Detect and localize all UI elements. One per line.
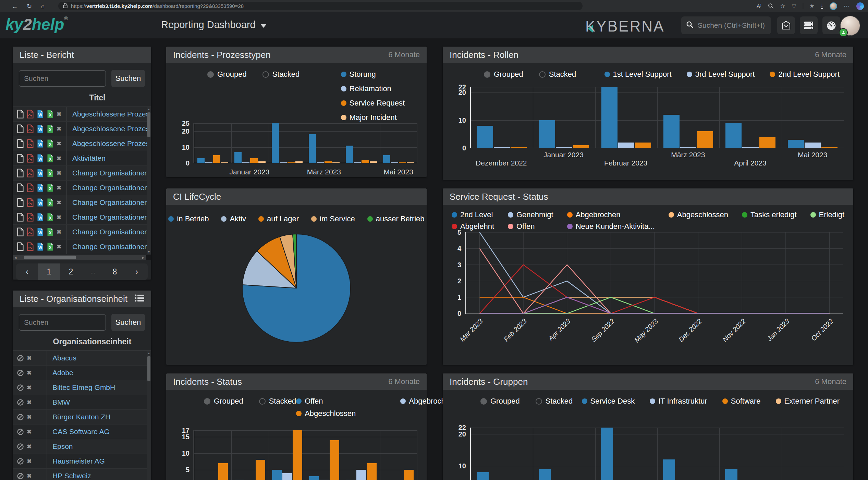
row-link[interactable]: Change Organisationen	[67, 213, 151, 221]
file-icon[interactable]	[17, 124, 24, 133]
file-icon[interactable]	[17, 198, 24, 207]
delete-icon[interactable]: ✖	[57, 170, 61, 177]
row-link[interactable]: Aktivitäten	[67, 154, 151, 162]
row-link[interactable]: Abacus	[47, 354, 151, 362]
radio-stacked[interactable]: Stacked	[259, 397, 296, 406]
file-word-icon[interactable]: W	[37, 154, 44, 163]
file-excel-icon[interactable]: X	[47, 213, 54, 222]
page-8[interactable]: 8	[104, 263, 126, 280]
lock-icon[interactable]	[63, 3, 68, 10]
refresh-icon[interactable]: ↻	[27, 3, 32, 9]
address-bar[interactable]: https://vertrieb3.t1de.ky2help.com/dashb…	[58, 2, 583, 10]
zoom-icon[interactable]	[768, 3, 774, 9]
row-link[interactable]: Change Organisationen _	[67, 198, 151, 207]
delete-icon[interactable]: ✖	[57, 199, 61, 206]
file-icon[interactable]	[17, 169, 24, 177]
delete-icon[interactable]: ✖	[27, 414, 32, 421]
file-word-icon[interactable]: W	[37, 169, 44, 177]
row-link[interactable]: Abgeschlossene Prozess	[67, 125, 151, 133]
row-link[interactable]: Change Organisationen	[67, 228, 151, 236]
file-word-icon[interactable]: W	[37, 124, 44, 133]
legend-item[interactable]: Major Incident	[341, 113, 405, 122]
file-excel-icon[interactable]: X	[47, 227, 54, 236]
file-word-icon[interactable]: W	[37, 198, 44, 207]
file-excel-icon[interactable]: X	[47, 242, 54, 251]
legend-item[interactable]: 1st Level Support	[604, 70, 672, 79]
row-link[interactable]: Adobe	[47, 369, 151, 377]
list-icon[interactable]	[135, 294, 144, 304]
page-next[interactable]: ›	[126, 263, 148, 280]
scrollbar-thumb[interactable]	[147, 356, 150, 381]
row-link[interactable]: Abgeschlossene Prozess	[67, 139, 151, 148]
delete-icon[interactable]: ✖	[27, 399, 32, 406]
legend-item[interactable]: Externer Partner	[776, 397, 840, 406]
delete-icon[interactable]: ✖	[27, 458, 32, 465]
delete-icon[interactable]: ✖	[57, 243, 61, 250]
file-word-icon[interactable]: W	[37, 227, 44, 236]
legend-item[interactable]: im Service	[311, 214, 355, 223]
legend-item[interactable]: Abgebrochen	[567, 210, 655, 219]
legend-item[interactable]: auf Lager	[258, 214, 299, 223]
block-icon[interactable]	[17, 399, 24, 406]
delete-icon[interactable]: ✖	[27, 355, 32, 362]
file-pdf-icon[interactable]	[27, 110, 34, 119]
delete-icon[interactable]: ✖	[57, 155, 61, 162]
scroll-left-icon[interactable]: ◀	[13, 255, 18, 260]
file-icon[interactable]	[17, 154, 24, 163]
row-link[interactable]: Change Organisationen	[67, 169, 151, 177]
file-pdf-icon[interactable]	[27, 169, 34, 177]
delete-icon[interactable]: ✖	[27, 428, 32, 435]
radio-grouped[interactable]: Grouped	[204, 397, 243, 406]
scroll-up-icon[interactable]: ▲	[147, 352, 151, 355]
page-2[interactable]: 2	[60, 263, 82, 280]
bericht-search-button[interactable]: Suchen	[111, 70, 145, 87]
global-search[interactable]	[681, 16, 771, 34]
file-excel-icon[interactable]: X	[47, 139, 54, 148]
essentials-icon[interactable]: ♡	[792, 3, 796, 9]
legend-item[interactable]: Software	[722, 397, 761, 406]
file-word-icon[interactable]: W	[37, 183, 44, 192]
legend-item[interactable]: Offen	[508, 222, 553, 231]
legend-item[interactable]: Neue Kunden-Aktivitä...	[567, 222, 655, 231]
file-excel-icon[interactable]: X	[47, 124, 54, 133]
global-search-input[interactable]	[697, 21, 766, 30]
row-link[interactable]: Abgeschlossene Prozess	[67, 110, 151, 118]
delete-icon[interactable]: ✖	[57, 229, 61, 236]
radio-grouped[interactable]: Grouped	[484, 70, 523, 79]
file-excel-icon[interactable]: X	[47, 154, 54, 163]
radio-stacked[interactable]: Stacked	[262, 70, 300, 79]
browser-profile-avatar[interactable]	[830, 2, 837, 10]
row-link[interactable]: BMW	[47, 398, 151, 406]
delete-icon[interactable]: ✖	[27, 384, 32, 391]
file-icon[interactable]	[17, 213, 24, 222]
downloads-icon[interactable]: ↓	[821, 3, 823, 9]
row-link[interactable]: Change Organisationen _	[67, 184, 151, 192]
block-icon[interactable]	[17, 428, 24, 435]
file-icon[interactable]	[17, 183, 24, 192]
block-icon[interactable]	[17, 458, 24, 465]
delete-icon[interactable]: ✖	[57, 184, 61, 192]
file-pdf-icon[interactable]	[27, 242, 34, 251]
delete-icon[interactable]: ✖	[27, 472, 32, 480]
bericht-search-input[interactable]	[19, 70, 106, 87]
user-avatar[interactable]	[840, 16, 860, 36]
delete-icon[interactable]: ✖	[27, 443, 32, 450]
url-text[interactable]: https://vertrieb3.t1de.ky2help.com/dashb…	[71, 3, 244, 9]
legend-item[interactable]: Abgeschlossen	[669, 210, 728, 219]
delete-icon[interactable]: ✖	[27, 369, 32, 377]
file-excel-icon[interactable]: X	[47, 183, 54, 192]
legend-item[interactable]: IT Infrastruktur	[650, 397, 707, 406]
block-icon[interactable]	[17, 384, 24, 391]
file-icon[interactable]	[17, 110, 24, 119]
row-link[interactable]: Biltec Elmeg GmbH	[47, 383, 151, 392]
scroll-right-icon[interactable]: ▶	[140, 255, 146, 260]
home-icon[interactable]: ⌂	[41, 3, 45, 9]
bericht-vertical-scrollbar[interactable]: ▲ ▼	[147, 107, 151, 254]
page-1[interactable]: 1	[38, 263, 60, 280]
block-icon[interactable]	[17, 355, 24, 362]
bericht-horizontal-scrollbar[interactable]: ◀ ▶	[13, 255, 151, 260]
file-pdf-icon[interactable]	[27, 183, 34, 192]
file-word-icon[interactable]: W	[37, 139, 44, 148]
file-icon[interactable]	[17, 242, 24, 251]
file-pdf-icon[interactable]	[27, 213, 34, 222]
